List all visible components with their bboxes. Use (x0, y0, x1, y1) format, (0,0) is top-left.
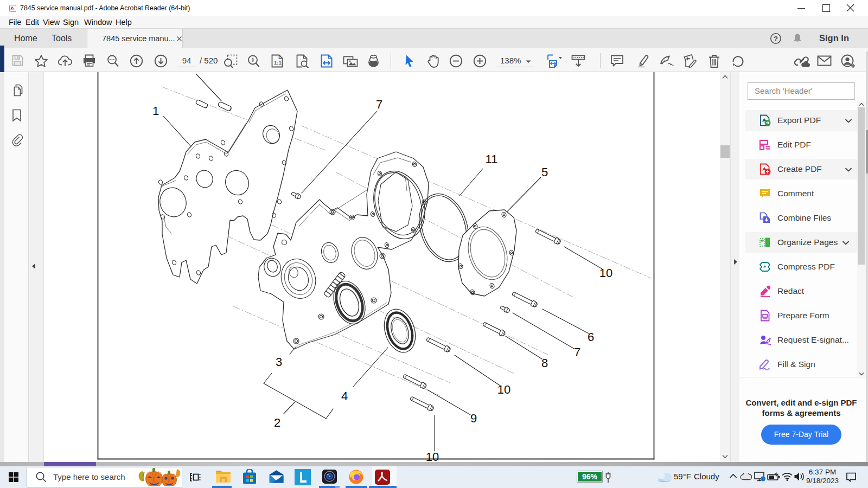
svg-text:7: 7 (574, 345, 580, 359)
svg-text:8: 8 (541, 356, 548, 370)
svg-text:11: 11 (486, 152, 498, 166)
svg-text:9: 9 (470, 412, 477, 425)
svg-text:3: 3 (276, 355, 282, 369)
svg-text:4: 4 (341, 389, 348, 403)
svg-text:5: 5 (541, 165, 548, 179)
svg-text:7: 7 (376, 98, 382, 111)
svg-text:10: 10 (599, 266, 612, 280)
svg-text:?: ? (774, 35, 778, 43)
svg-text:2: 2 (274, 416, 280, 429)
svg-text:1: 1 (152, 104, 159, 118)
svg-text:6: 6 (588, 330, 594, 344)
svg-text:10: 10 (497, 383, 510, 396)
svg-text:10: 10 (426, 450, 439, 462)
svg-text:1:1: 1:1 (274, 60, 282, 66)
